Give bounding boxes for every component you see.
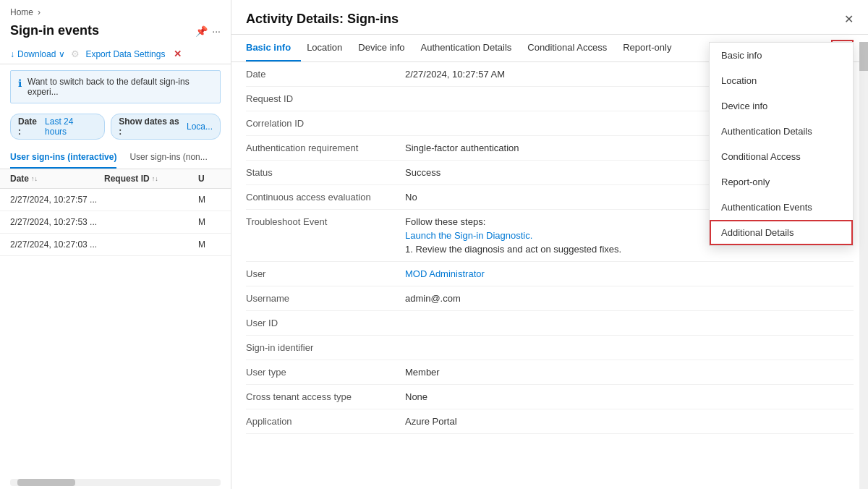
- field-label-signinidentifier: Sign-in identifier: [246, 342, 405, 353]
- field-value-usertype: Member: [405, 367, 854, 378]
- dropdown-item-reportonly[interactable]: Report-only: [710, 169, 853, 195]
- tab-noninteractive[interactable]: User sign-ins (non...: [129, 147, 207, 169]
- table-header: Date ↑↓ Request ID ↑↓ U: [0, 169, 231, 189]
- download-button[interactable]: ↓ Download ∨: [10, 49, 65, 59]
- field-label-cae: Continuous access evaluation: [246, 192, 405, 203]
- date-filter-chip[interactable]: Date : Last 24 hours: [10, 114, 105, 140]
- panel-title: Sign-in events: [10, 23, 99, 38]
- troubleshoot-step1: 1. Review the diagnosis and act on sugge…: [405, 244, 621, 255]
- toolbar-close-icon[interactable]: ✕: [174, 48, 182, 59]
- field-label-correlationid: Correlation ID: [246, 118, 405, 129]
- troubleshoot-follow: Follow these steps:: [405, 216, 621, 227]
- row-date-1: 2/27/2024, 10:27:57 ...: [10, 195, 104, 205]
- info-icon: ℹ: [18, 77, 22, 89]
- export-label: Export Data Settings: [85, 49, 165, 59]
- field-label-troubleshoot: Troubleshoot Event: [246, 216, 405, 227]
- pin-icon[interactable]: 📌: [195, 25, 208, 37]
- table-row[interactable]: 2/27/2024, 10:27:57 ... M: [0, 189, 231, 211]
- field-username: Username admin@.com: [246, 286, 854, 311]
- field-label-status: Status: [246, 167, 405, 178]
- export-button[interactable]: Export Data Settings: [85, 49, 165, 59]
- sort-date-icon[interactable]: ↑↓: [31, 175, 38, 182]
- field-label-crosstenantaccess: Cross tenant access type: [246, 391, 405, 402]
- toolbar: ↓ Download ∨ ⚙ Export Data Settings ✕: [0, 44, 231, 64]
- field-label-usertype: User type: [246, 367, 405, 378]
- dropdown-item-authdetails[interactable]: Authentication Details: [710, 119, 853, 144]
- date-filter-value: Last 24 hours: [45, 116, 97, 137]
- dropdown-menu: Basic info Location Device info Authenti…: [709, 42, 854, 246]
- vertical-scrollbar[interactable]: [859, 42, 868, 489]
- panel-title-icons: 📌 ···: [195, 25, 221, 37]
- troubleshoot-link[interactable]: Launch the Sign-in Diagnostic.: [405, 230, 621, 241]
- more-options-icon[interactable]: ···: [212, 25, 221, 37]
- field-label-username: Username: [246, 293, 405, 304]
- table-row[interactable]: 2/27/2024, 10:27:03 ... M: [0, 234, 231, 256]
- dropdown-item-location[interactable]: Location: [710, 68, 853, 93]
- show-dates-filter-chip[interactable]: Show dates as : Loca...: [111, 114, 221, 140]
- dropdown-item-additionaldetails[interactable]: Additional Details: [710, 220, 853, 245]
- nav-tab-location[interactable]: Location: [307, 35, 352, 61]
- troubleshoot-steps: Follow these steps: Launch the Sign-in D…: [405, 216, 621, 255]
- download-icon: ↓: [10, 49, 14, 59]
- field-label-authrequirement: Authentication requirement: [246, 143, 405, 153]
- filter-row: Date : Last 24 hours Show dates as : Loc…: [0, 109, 231, 144]
- row-u-2: M: [198, 217, 221, 227]
- scroll-thumb[interactable]: [859, 42, 868, 71]
- download-chevron: ∨: [59, 49, 65, 59]
- dropdown-item-authevents[interactable]: Authentication Events: [710, 195, 853, 220]
- th-date: Date ↑↓: [10, 174, 104, 184]
- dropdown-item-basicinfo[interactable]: Basic info: [710, 43, 853, 68]
- horizontal-scrollbar[interactable]: [10, 479, 221, 486]
- field-user: User MOD Administrator: [246, 262, 854, 286]
- dialog-title-row: Activity Details: Sign-ins ✕: [231, 0, 868, 35]
- show-dates-filter-value: Loca...: [187, 122, 213, 132]
- row-u-1: M: [198, 195, 221, 205]
- field-value-application: Azure Portal: [405, 416, 854, 427]
- row-u-3: M: [198, 239, 221, 250]
- info-bar-text: Want to switch back to the default sign-…: [27, 77, 213, 97]
- table-row[interactable]: 2/27/2024, 10:27:53 ... M: [0, 211, 231, 234]
- field-usertype: User type Member: [246, 360, 854, 385]
- left-panel: Home › Sign-in events 📌 ··· ↓ Download ∨…: [0, 0, 231, 489]
- panel-title-row: Sign-in events 📌 ···: [0, 20, 231, 44]
- scrollbar-thumb[interactable]: [17, 479, 75, 486]
- breadcrumb-arrow: ›: [38, 7, 41, 17]
- field-label-application: Application: [246, 416, 405, 427]
- breadcrumb-home[interactable]: Home: [10, 7, 33, 17]
- th-u: U: [198, 174, 221, 184]
- nav-tab-condaccess[interactable]: Conditional Access: [527, 35, 617, 61]
- row-date-2: 2/27/2024, 10:27:53 ...: [10, 217, 104, 227]
- field-label-requestid: Request ID: [246, 93, 405, 104]
- download-label: Download: [17, 49, 56, 59]
- dropdown-item-deviceinfo[interactable]: Device info: [710, 93, 853, 119]
- field-value-user[interactable]: MOD Administrator: [405, 268, 854, 279]
- nav-tab-reportonly[interactable]: Report-only: [623, 35, 681, 61]
- field-label-date: Date: [246, 69, 405, 80]
- th-reqid: Request ID ↑↓: [104, 174, 198, 184]
- field-signinidentifier: Sign-in identifier: [246, 336, 854, 360]
- field-label-userid: User ID: [246, 318, 405, 328]
- field-value-crosstenantaccess: None: [405, 391, 854, 402]
- row-date-3: 2/27/2024, 10:27:03 ...: [10, 239, 104, 250]
- field-label-user: User: [246, 268, 405, 279]
- nav-tab-deviceinfo[interactable]: Device info: [358, 35, 414, 61]
- dropdown-item-condaccess[interactable]: Conditional Access: [710, 144, 853, 169]
- tab-interactive[interactable]: User sign-ins (interactive): [10, 147, 116, 169]
- sort-reqid-icon[interactable]: ↑↓: [152, 175, 158, 182]
- right-panel: Activity Details: Sign-ins ✕ Basic info …: [231, 0, 868, 489]
- close-button[interactable]: ✕: [844, 12, 854, 26]
- dialog-title: Activity Details: Sign-ins: [246, 12, 399, 27]
- nav-tab-basicinfo[interactable]: Basic info: [246, 35, 301, 61]
- breadcrumb: Home ›: [0, 0, 231, 20]
- field-application: Application Azure Portal: [246, 409, 854, 434]
- field-userid: User ID: [246, 311, 854, 336]
- nav-tab-authdetails[interactable]: Authentication Details: [421, 35, 522, 61]
- left-tabs-row: User sign-ins (interactive) User sign-in…: [0, 147, 231, 169]
- info-bar: ℹ Want to switch back to the default sig…: [10, 70, 221, 103]
- field-value-username: admin@.com: [405, 293, 854, 304]
- field-crosstenantaccess: Cross tenant access type None: [246, 385, 854, 409]
